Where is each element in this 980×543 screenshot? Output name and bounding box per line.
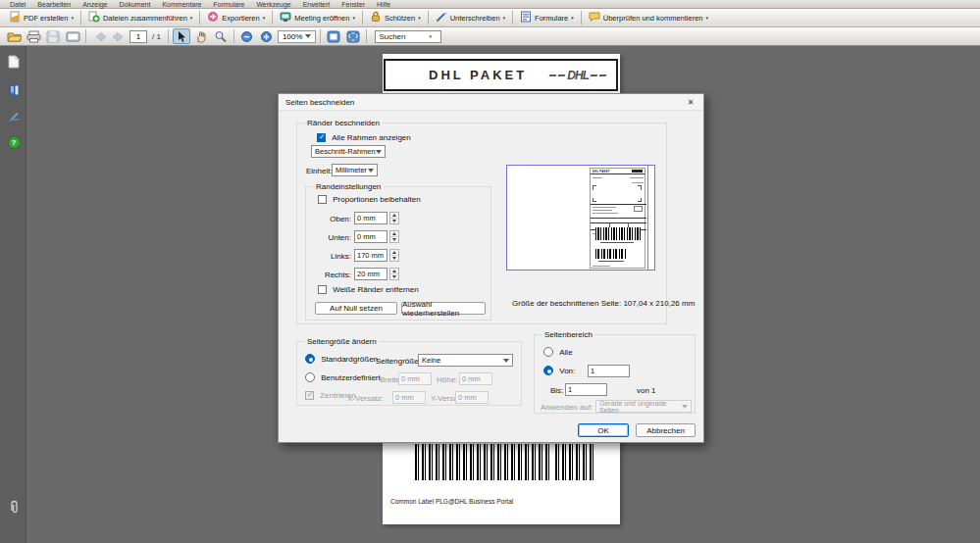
width-input[interactable]: [398, 372, 432, 385]
from-page-input[interactable]: [588, 365, 630, 377]
box-type-select[interactable]: Beschnitt-Rahmen: [311, 145, 386, 158]
menu-formulare[interactable]: Formulare: [207, 1, 250, 8]
dialog-title-bar[interactable]: Seiten beschneiden: [279, 94, 703, 111]
signature-pen-icon: [8, 110, 21, 123]
preview-line: [593, 266, 610, 267]
center-checkbox[interactable]: ✓: [305, 391, 314, 400]
cancel-button[interactable]: Abbrechen: [636, 423, 696, 437]
menu-hilfe[interactable]: Hilfe: [371, 1, 396, 8]
x-offset-input[interactable]: [392, 391, 426, 404]
crop-margins-group: Ränder beschneiden ✓ Alle Rahmen anzeige…: [296, 123, 667, 324]
full-screen-button[interactable]: [344, 28, 362, 44]
standard-sizes-row[interactable]: Standardgrößen: [305, 354, 378, 364]
screen-icon: [66, 30, 80, 43]
signatures-panel-button[interactable]: [6, 108, 22, 123]
all-pages-radio[interactable]: [543, 347, 553, 357]
margin-controls-group: Randeinstellungen Proportionen beibehalt…: [305, 186, 491, 321]
page-number-input[interactable]: [129, 30, 147, 43]
select-tool-button[interactable]: [173, 28, 190, 44]
menu-kommentare[interactable]: Kommentare: [156, 1, 207, 8]
set-to-zero-button[interactable]: Auf Null setzen: [315, 302, 397, 315]
preview-line: [600, 242, 634, 243]
close-button[interactable]: ✕: [678, 94, 703, 111]
share-screen-button[interactable]: [64, 28, 81, 44]
menu-werkzeuge[interactable]: Werkzeuge: [250, 1, 296, 8]
menu-fenster[interactable]: Fenster: [335, 1, 371, 8]
start-meeting-button[interactable]: Meeting eröffnen ▾: [275, 10, 360, 25]
menu-bearbeiten[interactable]: Bearbeiten: [31, 1, 77, 8]
from-page-row[interactable]: Von:: [543, 366, 575, 375]
menu-anzeige[interactable]: Anzeige: [77, 1, 113, 8]
show-all-boxes-checkbox[interactable]: ✓: [317, 133, 326, 142]
forms-button[interactable]: Formulare ▾: [515, 10, 579, 25]
keep-proportions-row[interactable]: Proportionen beibehalten: [318, 195, 421, 204]
start-meeting-label: Meeting eröffnen: [294, 14, 349, 23]
zoom-level-select[interactable]: 100%: [278, 30, 316, 43]
previous-view-button[interactable]: [90, 28, 108, 44]
chevron-down-icon[interactable]: ▾: [429, 33, 432, 39]
open-file-button[interactable]: [5, 28, 23, 44]
zoom-out-button[interactable]: [238, 28, 256, 44]
keep-proportions-checkbox[interactable]: [318, 195, 327, 204]
left-margin-stepper[interactable]: [389, 249, 399, 262]
label-title: DHL PAKET: [429, 68, 527, 82]
standard-sizes-radio[interactable]: [305, 354, 315, 364]
ok-button[interactable]: OK: [578, 423, 629, 437]
remove-white-margins-checkbox[interactable]: [318, 285, 327, 294]
preview-label-title: DHL PAKET: [593, 170, 610, 173]
paperclip-icon: [8, 500, 21, 515]
question-mark-icon: ?: [12, 138, 17, 147]
attachments-panel-button[interactable]: [6, 499, 22, 515]
zoom-in-button[interactable]: [258, 28, 276, 44]
export-button[interactable]: Exportieren ▾: [202, 10, 270, 25]
label-footer-text: Common Label PLG@DHL Business Portal: [390, 498, 513, 505]
box-type-value: Beschnitt-Rahmen: [315, 147, 376, 156]
save-button[interactable]: [44, 28, 62, 44]
bottom-margin-input[interactable]: [354, 230, 387, 243]
top-margin-stepper[interactable]: [389, 212, 399, 224]
scrolling-mode-button[interactable]: [325, 28, 342, 44]
protect-button[interactable]: Schützen ▾: [365, 10, 426, 25]
page-size-select[interactable]: Keine: [418, 354, 513, 367]
combine-files-icon: [88, 11, 100, 25]
top-margin-input[interactable]: [354, 212, 387, 224]
custom-size-radio[interactable]: [305, 372, 315, 382]
next-view-button[interactable]: [110, 28, 128, 44]
search-box: ▾: [375, 30, 441, 43]
right-margin-stepper[interactable]: [389, 268, 399, 280]
sign-button[interactable]: Unterschreiben ▾: [431, 10, 510, 25]
combine-files-button[interactable]: Dateien zusammenführen ▾: [83, 10, 197, 25]
to-page-input[interactable]: [565, 383, 607, 396]
show-all-boxes-row[interactable]: ✓ Alle Rahmen anzeigen: [317, 133, 411, 142]
search-input[interactable]: [376, 32, 427, 41]
y-offset-input[interactable]: [455, 391, 489, 404]
bookmarks-panel-button[interactable]: [6, 81, 22, 97]
height-input[interactable]: [459, 372, 492, 385]
cropped-size-text: Größe der beschnittenen Seite: 107,04 x …: [512, 299, 695, 308]
from-page-radio[interactable]: [543, 366, 553, 375]
remove-white-margins-row[interactable]: Weiße Ränder entfernen: [318, 285, 419, 294]
zoom-level-value: 100%: [283, 32, 302, 41]
left-margin-input[interactable]: [354, 249, 387, 262]
menu-dokument[interactable]: Dokument: [114, 1, 157, 8]
zoom-marquee-button[interactable]: [212, 28, 230, 44]
create-pdf-button[interactable]: PDF erstellen ▾: [4, 10, 78, 25]
how-to-panel-button[interactable]: ?: [6, 134, 22, 150]
chevron-down-icon: [305, 34, 311, 38]
menu-datei[interactable]: Datei: [4, 1, 31, 8]
menu-erweitert[interactable]: Erweitert: [297, 1, 336, 8]
unit-select[interactable]: Millimeter: [332, 164, 378, 176]
pages-panel-button[interactable]: [6, 54, 22, 70]
custom-size-row[interactable]: Benutzerdefiniert: [305, 372, 381, 382]
hand-tool-button[interactable]: [192, 28, 210, 44]
right-margin-input[interactable]: [354, 268, 387, 280]
review-comment-button[interactable]: Überprüfen und kommentieren ▾: [584, 10, 713, 25]
apply-to-select[interactable]: Gerade und ungerade Seiten: [595, 400, 692, 413]
print-button[interactable]: [25, 28, 42, 44]
all-pages-row[interactable]: Alle: [543, 347, 573, 357]
toolbar-separator: [512, 11, 513, 25]
revert-selection-button[interactable]: Auswahl wiederherstellen: [401, 302, 486, 315]
bottom-margin-stepper[interactable]: [389, 230, 399, 243]
page-size-label: Seitengröße:: [376, 357, 421, 366]
chevron-down-icon: [682, 405, 688, 409]
